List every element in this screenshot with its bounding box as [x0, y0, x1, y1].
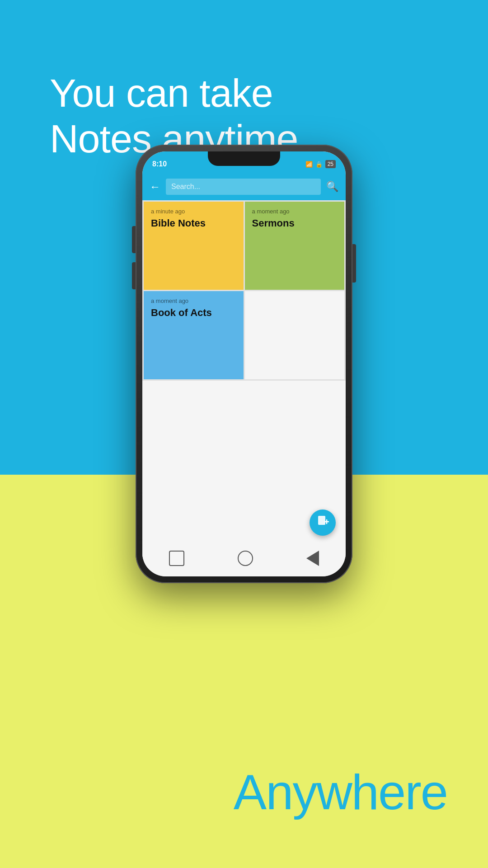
back-button[interactable]: ← — [150, 180, 160, 193]
search-placeholder: Search... — [171, 183, 200, 191]
note-title-1: Bible Notes — [151, 217, 236, 229]
headline-line1: You can take — [50, 70, 298, 116]
fab-new-note[interactable] — [310, 509, 336, 536]
note-title-3: Book of Acts — [151, 307, 236, 319]
empty-cell — [245, 291, 345, 379]
app-bar: ← Search... 🔍 — [142, 173, 346, 200]
notes-body — [142, 381, 346, 571]
nav-home-button[interactable] — [238, 551, 253, 566]
notes-grid: a minute ago Bible Notes a moment ago Se… — [142, 200, 346, 381]
search-icon[interactable]: 🔍 — [326, 181, 338, 193]
anywhere-label: Anywhere — [234, 763, 447, 821]
volume-up-button — [132, 226, 136, 253]
battery-level: 25 — [325, 160, 336, 168]
svg-rect-1 — [318, 516, 325, 525]
note-card-sermons[interactable]: a moment ago Sermons — [245, 202, 345, 290]
signal-icon: 📶 — [305, 161, 313, 168]
note-time-1: a minute ago — [151, 208, 236, 215]
status-time: 8:10 — [152, 160, 167, 168]
bluetooth-icon: 🔒 — [315, 161, 323, 168]
phone-notch — [208, 151, 280, 166]
note-card-book-of-acts[interactable]: a moment ago Book of Acts — [144, 291, 244, 379]
nav-recents-button[interactable] — [169, 551, 184, 566]
search-bar[interactable]: Search... — [166, 179, 321, 195]
volume-down-button — [132, 262, 136, 289]
power-button — [352, 244, 356, 283]
note-title-2: Sermons — [252, 217, 338, 229]
note-time-2: a moment ago — [252, 208, 338, 215]
phone-shell: 8:10 📶 🔒 25 ← Search... 🔍 a minut — [136, 145, 352, 583]
nav-back-button[interactable] — [306, 551, 319, 566]
phone-mockup: 8:10 📶 🔒 25 ← Search... 🔍 a minut — [136, 145, 352, 583]
nav-bar — [142, 544, 346, 576]
note-time-3: a moment ago — [151, 297, 236, 304]
fab-icon — [316, 515, 329, 531]
note-card-bible-notes[interactable]: a minute ago Bible Notes — [144, 202, 244, 290]
phone-screen: 8:10 📶 🔒 25 ← Search... 🔍 a minut — [142, 151, 346, 576]
status-icons: 📶 🔒 25 — [305, 160, 336, 168]
